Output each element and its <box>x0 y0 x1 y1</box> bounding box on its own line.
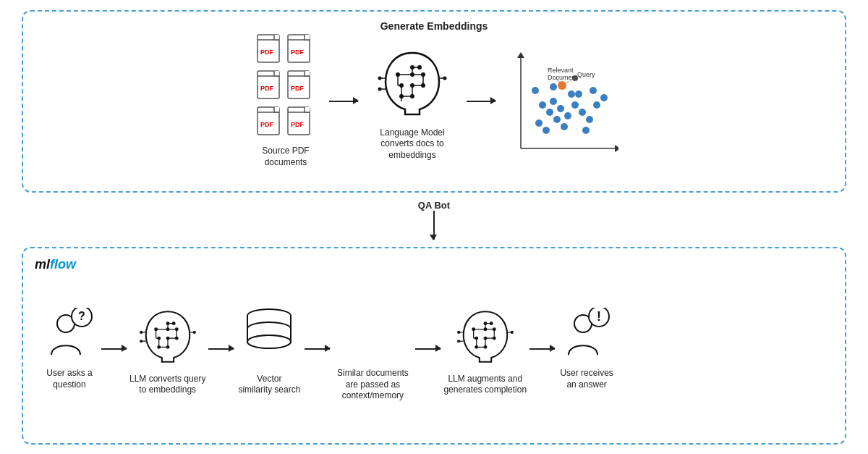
svg-text:PDF: PDF <box>260 85 274 92</box>
svg-point-67 <box>600 94 608 101</box>
svg-point-45 <box>443 76 447 80</box>
svg-point-50 <box>535 119 542 127</box>
step-vector-search: Vectorsimilarity search <box>237 303 302 396</box>
svg-rect-1 <box>274 35 279 40</box>
mlflow-flow: flow <box>50 257 76 272</box>
generate-embeddings-title: Generate Embeddings <box>380 20 488 32</box>
svg-point-131 <box>475 345 478 349</box>
svg-point-56 <box>561 123 568 130</box>
svg-point-68 <box>532 87 539 94</box>
user-answer-label: User receivesan answer <box>560 368 613 390</box>
diagram-container: Generate Embeddings PDF <box>22 10 846 445</box>
svg-rect-7 <box>274 71 279 76</box>
svg-text:PDF: PDF <box>291 49 305 56</box>
svg-point-43 <box>378 87 382 91</box>
svg-point-60 <box>539 101 546 109</box>
mlflow-ml: ml <box>35 257 50 272</box>
pdf-grid-icon: PDF PDF <box>257 34 315 140</box>
svg-point-65 <box>593 101 600 109</box>
svg-point-63 <box>582 127 590 134</box>
svg-point-104 <box>140 340 142 342</box>
arrow-4 <box>415 348 441 350</box>
pdf-icon-6: PDF <box>287 106 315 140</box>
svg-text:PDF: PDF <box>260 121 274 128</box>
arrow-lm-to-scatter <box>467 101 495 102</box>
pdf-icon-2: PDF <box>287 34 315 67</box>
user-question-icon: ? <box>44 308 95 362</box>
svg-text:Document: Document <box>548 74 578 81</box>
source-pdf-label: Source PDF documents <box>262 146 309 168</box>
svg-point-51 <box>546 109 553 116</box>
llm-embed-label: LLM converts queryto embeddings <box>129 374 205 396</box>
svg-point-127 <box>493 327 496 331</box>
svg-marker-49 <box>517 52 524 58</box>
qa-bot-label: QA Bot <box>418 200 450 211</box>
svg-point-126 <box>483 327 487 331</box>
svg-point-97 <box>157 336 161 340</box>
svg-point-32 <box>421 83 425 88</box>
arrow-3 <box>305 348 330 350</box>
svg-point-141 <box>511 331 514 334</box>
svg-point-96 <box>157 345 161 349</box>
svg-point-102 <box>140 331 142 334</box>
svg-point-58 <box>568 91 575 98</box>
svg-point-59 <box>550 98 557 105</box>
lm-label: Language Model converts docs to embeddin… <box>380 127 444 161</box>
vertical-arrow <box>433 211 435 240</box>
svg-point-134 <box>483 321 487 325</box>
svg-point-64 <box>575 91 582 98</box>
top-section: Generate Embeddings PDF <box>22 10 846 193</box>
svg-text:!: ! <box>597 309 601 324</box>
llm-brain-complete-icon <box>453 303 518 368</box>
svg-point-54 <box>557 105 564 112</box>
svg-point-34 <box>410 94 414 98</box>
brain-circuit-icon <box>373 42 452 122</box>
svg-point-100 <box>171 321 175 325</box>
mlflow-logo: mlflow <box>35 257 76 272</box>
svg-point-38 <box>410 65 414 70</box>
svg-point-92 <box>175 327 179 331</box>
svg-point-139 <box>457 340 460 342</box>
svg-rect-13 <box>274 107 279 112</box>
step-source-pdf: PDF PDF <box>257 34 315 168</box>
svg-point-137 <box>457 331 460 334</box>
svg-point-41 <box>378 76 382 80</box>
arrow-1 <box>101 348 127 350</box>
svg-point-33 <box>410 83 414 88</box>
svg-point-55 <box>564 112 571 119</box>
svg-point-37 <box>396 72 400 77</box>
arrow-2 <box>208 348 234 350</box>
step-user-ask: ? User asks aquestion <box>41 308 98 390</box>
svg-point-52 <box>542 127 550 134</box>
step-user-answer: ! User receivesan answer <box>558 308 616 390</box>
pdf-icon-3: PDF <box>257 70 284 104</box>
svg-point-98 <box>154 327 158 331</box>
svg-point-95 <box>166 345 169 349</box>
bottom-section: mlflow ? User asks aquestion <box>22 247 846 444</box>
svg-point-30 <box>410 72 414 77</box>
svg-marker-48 <box>615 145 618 152</box>
svg-rect-16 <box>305 107 310 112</box>
svg-point-35 <box>399 94 404 98</box>
pdf-icon-4: PDF <box>287 70 315 104</box>
svg-point-53 <box>553 116 561 123</box>
svg-point-69 <box>550 83 557 91</box>
svg-point-99 <box>166 321 169 325</box>
arrow-pdf-to-lm <box>329 101 358 102</box>
svg-point-61 <box>579 109 586 116</box>
svg-text:PDF: PDF <box>291 85 305 92</box>
arrow-5 <box>529 348 555 350</box>
svg-text:?: ? <box>78 310 85 322</box>
svg-point-39 <box>417 65 422 70</box>
svg-point-36 <box>399 83 404 88</box>
pdf-icon-1: PDF <box>257 34 284 67</box>
scatter-plot: Relevant Document Query <box>510 51 611 152</box>
step-scatter: Relevant Document Query <box>510 51 611 152</box>
bottom-steps: ? User asks aquestion <box>41 297 827 402</box>
svg-point-94 <box>166 336 169 340</box>
svg-point-93 <box>175 336 179 340</box>
svg-text:Relevant: Relevant <box>548 67 574 74</box>
svg-point-114 <box>247 335 291 348</box>
svg-point-130 <box>483 345 487 349</box>
svg-point-66 <box>590 87 597 94</box>
